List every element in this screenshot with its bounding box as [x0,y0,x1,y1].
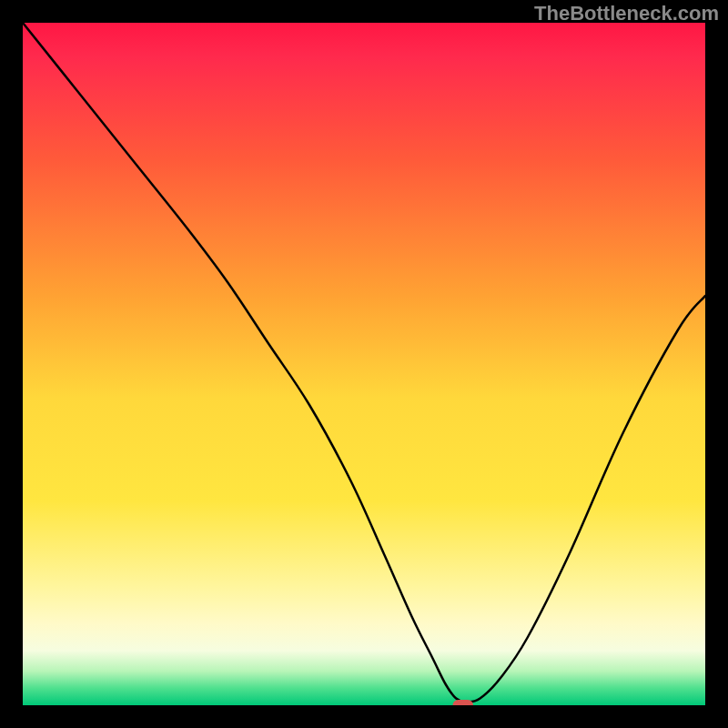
optimal-marker [453,700,474,705]
chart-container: TheBottleneck.com [0,0,728,728]
gradient-background [23,23,705,705]
bottleneck-chart [23,23,705,705]
watermark-label: TheBottleneck.com [534,2,719,25]
